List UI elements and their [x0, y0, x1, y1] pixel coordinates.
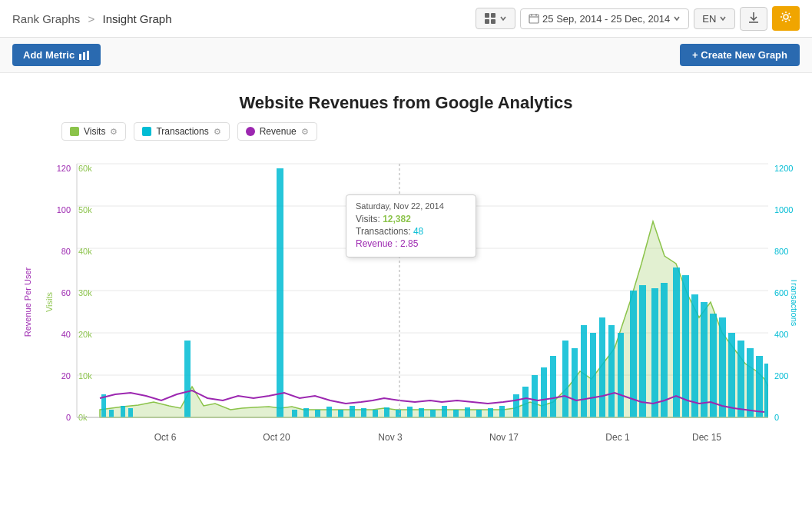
svg-rect-65 — [407, 407, 413, 417]
svg-rect-95 — [719, 317, 726, 417]
svg-rect-88 — [651, 288, 658, 417]
transactions-pill[interactable]: Transactions ⚙ — [134, 122, 229, 141]
svg-rect-52 — [128, 408, 133, 417]
svg-text:40: 40 — [61, 330, 71, 339]
svg-text:600: 600 — [774, 288, 788, 297]
svg-rect-66 — [419, 408, 424, 417]
download-button[interactable] — [740, 7, 767, 31]
svg-rect-96 — [728, 333, 735, 417]
svg-text:20: 20 — [61, 371, 71, 380]
svg-rect-71 — [476, 410, 482, 417]
svg-text:400: 400 — [774, 330, 788, 339]
svg-text:100: 100 — [57, 205, 71, 214]
tooltip-rev-label: Revenue : — [356, 238, 400, 249]
svg-rect-4 — [529, 15, 539, 23]
revenue-color-dot — [246, 127, 255, 136]
svg-rect-84 — [608, 325, 615, 417]
revenue-pill[interactable]: Revenue ⚙ — [237, 122, 317, 141]
visits-pill[interactable]: Visits ⚙ — [61, 122, 126, 141]
svg-text:Dec 1: Dec 1 — [605, 432, 630, 443]
gear-icon — [780, 11, 792, 23]
layout-button[interactable] — [476, 8, 515, 29]
svg-rect-76 — [532, 375, 538, 417]
svg-point-9 — [784, 15, 788, 19]
visits-gear-icon[interactable]: ⚙ — [110, 127, 118, 137]
create-graph-label: + Create New Graph — [692, 49, 787, 61]
svg-rect-83 — [599, 317, 605, 417]
header: Rank Graphs > Insight Graph 25 Sep, 2014… — [0, 0, 812, 38]
breadcrumb-parent[interactable]: Rank Graphs — [12, 12, 80, 25]
breadcrumb: Rank Graphs > Insight Graph — [12, 12, 172, 25]
svg-rect-100 — [764, 364, 771, 417]
svg-rect-54 — [277, 168, 283, 417]
svg-rect-58 — [326, 407, 332, 417]
y-axis-revenue-label: Revenue Per User — [23, 267, 32, 337]
svg-rect-82 — [590, 333, 596, 417]
visits-color-dot — [70, 127, 79, 136]
svg-rect-87 — [639, 285, 646, 417]
language-button[interactable]: EN — [694, 8, 735, 29]
breadcrumb-current: Insight Graph — [102, 12, 171, 25]
bar-chart-icon — [79, 51, 90, 60]
svg-rect-99 — [756, 356, 763, 417]
svg-rect-79 — [562, 341, 568, 417]
visits-label: Visits — [84, 126, 105, 137]
svg-text:Nov 17: Nov 17 — [489, 432, 519, 443]
revenue-gear-icon[interactable]: ⚙ — [301, 127, 309, 137]
tooltip-rev-value: 2.85 — [400, 238, 418, 249]
tooltip-date: Saturday, Nov 22, 2014 — [356, 201, 466, 211]
y-axis-visits-label: Visits — [45, 291, 54, 312]
chart-title: Website Revenues from Google Analytics — [15, 93, 797, 113]
svg-rect-10 — [79, 54, 81, 60]
svg-rect-97 — [737, 341, 744, 417]
breadcrumb-separator: > — [88, 12, 95, 25]
svg-text:Oct 20: Oct 20 — [263, 432, 290, 443]
svg-rect-70 — [465, 407, 470, 417]
svg-rect-50 — [109, 410, 114, 417]
svg-text:200: 200 — [774, 371, 788, 380]
svg-rect-89 — [661, 283, 668, 417]
lang-chevron-icon — [719, 15, 727, 22]
create-graph-button[interactable]: + Create New Graph — [680, 44, 800, 66]
svg-rect-57 — [315, 410, 320, 417]
svg-rect-92 — [691, 294, 698, 417]
svg-text:1000: 1000 — [774, 205, 793, 214]
svg-text:Nov 3: Nov 3 — [378, 432, 403, 443]
svg-rect-80 — [572, 348, 578, 417]
tooltip-transactions: Transactions: 48 — [356, 226, 466, 237]
svg-rect-59 — [338, 410, 343, 417]
y-axis-left-ticks: 0 20 40 60 80 100 120 — [57, 164, 71, 422]
svg-rect-93 — [701, 302, 708, 417]
svg-rect-85 — [618, 333, 624, 417]
svg-rect-12 — [87, 51, 89, 60]
svg-text:50k: 50k — [78, 205, 92, 214]
transactions-gear-icon[interactable]: ⚙ — [214, 127, 221, 137]
svg-text:Dec 15: Dec 15 — [692, 432, 721, 443]
date-range-button[interactable]: 25 Sep, 2014 - 25 Dec, 2014 — [520, 8, 689, 29]
svg-text:40k: 40k — [78, 247, 92, 256]
svg-rect-3 — [491, 19, 495, 24]
svg-rect-55 — [292, 410, 297, 417]
toolbar: Add Metric + Create New Graph — [0, 38, 812, 73]
svg-text:0: 0 — [66, 413, 71, 422]
tooltip-visits-value: 12,382 — [383, 214, 411, 224]
svg-rect-67 — [430, 410, 436, 417]
svg-rect-90 — [673, 267, 680, 417]
svg-text:80: 80 — [61, 247, 71, 256]
language-label: EN — [702, 13, 716, 25]
svg-rect-2 — [485, 19, 489, 24]
header-controls: 25 Sep, 2014 - 25 Dec, 2014 EN — [476, 6, 800, 31]
y-axis-visits-ticks: 0k 10k 20k 30k 40k 50k 60k — [78, 164, 92, 422]
svg-rect-11 — [83, 52, 85, 60]
settings-button[interactable] — [772, 6, 800, 31]
add-metric-button[interactable]: Add Metric — [12, 44, 101, 66]
layout-icon — [484, 12, 496, 25]
download-icon — [748, 12, 759, 24]
svg-rect-51 — [121, 406, 125, 417]
svg-text:10k: 10k — [78, 371, 92, 380]
svg-text:Oct 6: Oct 6 — [154, 432, 177, 443]
chart-container: Website Revenues from Google Analytics V… — [0, 73, 812, 479]
tooltip-trans-label: Transactions: — [356, 226, 413, 237]
metric-pills: Visits ⚙ Transactions ⚙ Revenue ⚙ — [15, 122, 797, 141]
transactions-color-dot — [142, 127, 151, 136]
